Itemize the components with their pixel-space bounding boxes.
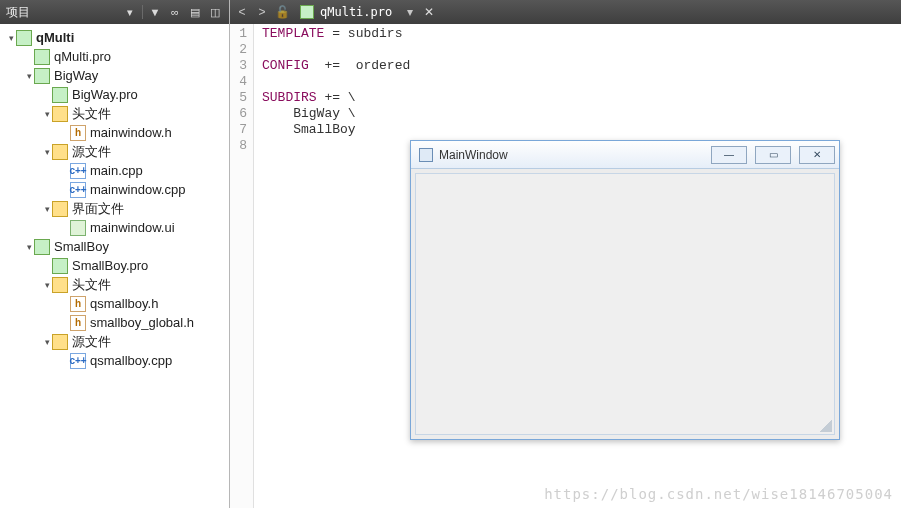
qt-icon xyxy=(52,87,68,103)
folder-icon xyxy=(52,144,68,160)
tree-item-label: 源文件 xyxy=(72,143,111,161)
split-h-icon[interactable]: ▤ xyxy=(187,6,203,19)
file-qt-icon xyxy=(300,5,314,19)
tree-item-label: SmallBoy.pro xyxy=(72,258,148,273)
expand-arrow-icon[interactable]: ▾ xyxy=(42,204,52,214)
h-icon: h xyxy=(70,315,86,331)
running-app-window[interactable]: MainWindow — ▭ ✕ xyxy=(410,140,840,440)
tree-item-label: BigWay.pro xyxy=(72,87,138,102)
tree-item[interactable]: hmainwindow.h xyxy=(0,123,229,142)
app-titlebar[interactable]: MainWindow — ▭ ✕ xyxy=(411,141,839,169)
tree-item[interactable]: SmallBoy.pro xyxy=(0,256,229,275)
split-v-icon[interactable]: ◫ xyxy=(207,6,223,19)
tree-item[interactable]: ▾头文件 xyxy=(0,104,229,123)
app-title: MainWindow xyxy=(439,148,703,162)
tree-item-label: qsmallboy.h xyxy=(90,296,158,311)
expand-arrow-icon[interactable]: ▾ xyxy=(42,280,52,290)
link-icon[interactable]: ∞ xyxy=(167,6,183,18)
project-sidebar: 项目 ▾ ▼ ∞ ▤ ◫ ▾qMultiqMulti.pro▾BigWayBig… xyxy=(0,0,230,508)
tree-item[interactable]: qMulti.pro xyxy=(0,47,229,66)
tree-item-label: qMulti xyxy=(36,30,74,45)
tree-item[interactable]: ▾SmallBoy xyxy=(0,237,229,256)
h-icon: h xyxy=(70,296,86,312)
editor-tabbar: < > 🔓 qMulti.pro ▾ ✕ xyxy=(230,0,901,24)
tree-item-label: 头文件 xyxy=(72,276,111,294)
tree-item-label: 头文件 xyxy=(72,105,111,123)
tree-item[interactable]: c++main.cpp xyxy=(0,161,229,180)
tree-item-label: mainwindow.ui xyxy=(90,220,175,235)
tree-item-label: 界面文件 xyxy=(72,200,124,218)
nav-fwd-icon[interactable]: > xyxy=(254,5,270,19)
qt-icon xyxy=(52,258,68,274)
tree-item-label: mainwindow.cpp xyxy=(90,182,185,197)
tree-item[interactable]: ▾头文件 xyxy=(0,275,229,294)
ui-icon xyxy=(70,220,86,236)
expand-arrow-icon[interactable]: ▾ xyxy=(42,109,52,119)
expand-arrow-icon[interactable]: ▾ xyxy=(24,71,34,81)
tree-item[interactable]: ▾qMulti xyxy=(0,28,229,47)
tree-item-label: 源文件 xyxy=(72,333,111,351)
tree-item-label: mainwindow.h xyxy=(90,125,172,140)
resize-grip-icon[interactable] xyxy=(820,420,832,432)
tree-item-label: BigWay xyxy=(54,68,98,83)
qt-icon xyxy=(34,239,50,255)
tree-item[interactable]: hqsmallboy.h xyxy=(0,294,229,313)
qt-icon xyxy=(16,30,32,46)
minimize-button[interactable]: — xyxy=(711,146,747,164)
dropdown-icon[interactable]: ▾ xyxy=(122,6,138,19)
h-icon: h xyxy=(70,125,86,141)
line-gutter: 12345678 xyxy=(230,24,254,508)
app-client-area[interactable] xyxy=(415,173,835,435)
tree-item[interactable]: ▾界面文件 xyxy=(0,199,229,218)
tree-item-label: qsmallboy.cpp xyxy=(90,353,172,368)
close-button[interactable]: ✕ xyxy=(799,146,835,164)
expand-arrow-icon[interactable]: ▾ xyxy=(6,33,16,43)
folder-icon xyxy=(52,201,68,217)
cpp-icon: c++ xyxy=(70,353,86,369)
editor-tab-filename: qMulti.pro xyxy=(320,5,392,19)
tree-item[interactable]: c++mainwindow.cpp xyxy=(0,180,229,199)
expand-arrow-icon[interactable]: ▾ xyxy=(42,147,52,157)
sidebar-title: 项目 xyxy=(6,4,118,21)
maximize-button[interactable]: ▭ xyxy=(755,146,791,164)
tab-close-icon[interactable]: ✕ xyxy=(422,5,436,19)
tree-item[interactable]: ▾BigWay xyxy=(0,66,229,85)
expand-arrow-icon[interactable]: ▾ xyxy=(42,337,52,347)
lock-icon[interactable]: 🔓 xyxy=(274,5,290,19)
code-text[interactable]: TEMPLATE = subdirs CONFIG += ordered SUB… xyxy=(254,24,410,508)
tree-item-label: SmallBoy xyxy=(54,239,109,254)
expand-arrow-icon[interactable]: ▾ xyxy=(24,242,34,252)
editor-tab[interactable]: qMulti.pro xyxy=(294,2,398,22)
tree-item[interactable]: c++qsmallboy.cpp xyxy=(0,351,229,370)
tree-item[interactable]: ▾源文件 xyxy=(0,332,229,351)
app-icon xyxy=(419,148,433,162)
project-tree[interactable]: ▾qMultiqMulti.pro▾BigWayBigWay.pro▾头文件hm… xyxy=(0,24,229,508)
tree-item[interactable]: mainwindow.ui xyxy=(0,218,229,237)
tree-item[interactable]: ▾源文件 xyxy=(0,142,229,161)
tree-item[interactable]: BigWay.pro xyxy=(0,85,229,104)
sidebar-header: 项目 ▾ ▼ ∞ ▤ ◫ xyxy=(0,0,229,24)
qt-icon xyxy=(34,68,50,84)
cpp-icon: c++ xyxy=(70,182,86,198)
tab-dropdown-icon[interactable]: ▾ xyxy=(402,5,418,19)
qt-icon xyxy=(34,49,50,65)
cpp-icon: c++ xyxy=(70,163,86,179)
tree-item-label: qMulti.pro xyxy=(54,49,111,64)
folder-icon xyxy=(52,277,68,293)
folder-icon xyxy=(52,106,68,122)
nav-back-icon[interactable]: < xyxy=(234,5,250,19)
tree-item-label: smallboy_global.h xyxy=(90,315,194,330)
tree-item-label: main.cpp xyxy=(90,163,143,178)
folder-icon xyxy=(52,334,68,350)
tree-item[interactable]: hsmallboy_global.h xyxy=(0,313,229,332)
filter-icon[interactable]: ▼ xyxy=(147,6,163,18)
